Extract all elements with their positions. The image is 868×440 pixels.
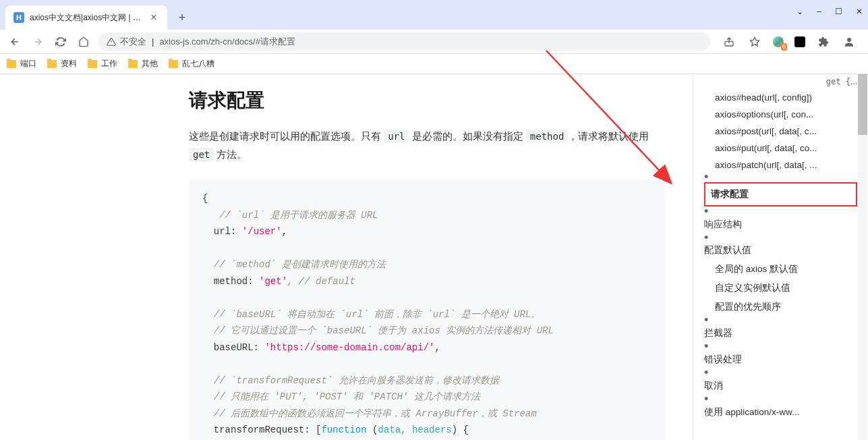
desc-text: ，请求将默认使用 [568, 130, 649, 142]
sidebar-item[interactable]: axios#head(url[, config]) [704, 89, 857, 106]
main-content: 请求配置 这些是创建请求时可以用的配置选项。只有 url 是必需的。如果没有指定… [0, 74, 693, 440]
sidebar-bullet: • [704, 369, 857, 377]
code-inline: get [189, 148, 214, 161]
code-comment: // `method` 是创建请求时使用的方法 [214, 259, 386, 270]
new-tab-button[interactable]: + [173, 8, 192, 27]
sidebar-bullet: • [704, 395, 857, 403]
browser-toolbar: 不安全 | axios-js.com/zh-cn/docs/#请求配置 6 [0, 30, 868, 54]
bookmark-item[interactable]: 资料 [47, 58, 77, 70]
sidebar-bullet: • [704, 317, 857, 324]
bookmark-label: 工作 [101, 58, 117, 70]
back-button[interactable] [7, 34, 23, 50]
sidebar-item[interactable]: 配置默认值 [704, 241, 857, 260]
desc-text: 这些是创建请求时可以用的配置选项。只有 [189, 130, 384, 142]
sidebar-item[interactable]: axios#post(url[, data[, c... [704, 123, 857, 140]
code-block: { // `url` 是用于请求的服务器 URL url: '/user', /… [189, 180, 666, 440]
sidebar-item[interactable]: axios#put(url[, data[, co... [704, 140, 857, 157]
home-button[interactable] [76, 34, 92, 50]
code-comment: // `url` 是用于请求的服务器 URL [219, 210, 378, 221]
bookmark-item[interactable]: 其他 [128, 58, 158, 70]
browser-tab[interactable]: H axios中文文档|axios中文网 | axi × [5, 5, 167, 30]
svg-point-2 [847, 38, 851, 42]
bookmark-label: 乱七八糟 [182, 58, 214, 70]
raindrop-extension-icon[interactable]: 6 [772, 36, 784, 48]
code-param: data, headers [378, 424, 451, 435]
bookmark-item[interactable]: 乱七八糟 [169, 58, 214, 70]
insecure-label: 不安全 [120, 36, 146, 48]
window-maximize-icon[interactable]: ☐ [835, 7, 842, 16]
desc-text: 方法。 [214, 148, 247, 160]
code-punct: , [282, 226, 287, 237]
sidebar-item[interactable]: 全局的 axios 默认值 [704, 260, 857, 279]
code-keyword: function [321, 424, 366, 435]
page-body: 请求配置 这些是创建请求时可以用的配置选项。只有 url 是必需的。如果没有指定… [0, 74, 868, 440]
code-comment: // `baseURL` 将自动加在 `url` 前面，除非 `url` 是一个… [214, 309, 540, 320]
sidebar-item[interactable]: 配置的优先顺序 [704, 298, 857, 317]
sidebar-bullet: • [704, 234, 857, 242]
extension-icon-2[interactable] [794, 36, 806, 48]
page-heading: 请求配置 [189, 88, 666, 113]
window-chevron-icon[interactable]: ⌄ [797, 7, 803, 16]
code-comment: // 后面数组中的函数必须返回一个字符串，或 ArrayBuffer，或 Str… [214, 408, 537, 419]
sidebar-bullet: • [704, 208, 857, 215]
address-bar[interactable]: 不安全 | axios-js.com/zh-cn/docs/#请求配置 [98, 32, 710, 51]
bookmarks-bar: 端口 资料 工作 其他 乱七八糟 [0, 54, 868, 74]
code-string: '/user' [242, 226, 282, 237]
sidebar-item-active[interactable]: 请求配置 [711, 185, 850, 204]
extension-icons: 6 [717, 34, 861, 50]
page-description: 这些是创建请求时可以用的配置选项。只有 url 是必需的。如果没有指定 meth… [189, 127, 666, 163]
sidebar-item[interactable]: axios#patch(url[, data[, ... [704, 157, 857, 173]
code-punct: ) { [452, 424, 469, 435]
sidebar-bullet: • [704, 173, 857, 181]
browser-tab-strip: H axios中文文档|axios中文网 | axi × + ⌄ – ☐ ✕ [0, 0, 868, 30]
vertical-scrollbar[interactable] [858, 74, 867, 440]
sidebar-bullet: • [704, 343, 857, 350]
code-key: transformRequest: [ [214, 424, 322, 435]
insecure-indicator: 不安全 [107, 36, 146, 48]
code-string: 'get' [259, 276, 287, 287]
profile-avatar-icon[interactable] [841, 34, 857, 50]
code-punct: , [434, 342, 440, 353]
sidebar-item[interactable]: 使用 application/x-ww... [704, 403, 857, 422]
scrollbar-thumb[interactable] [858, 74, 867, 135]
folder-icon [88, 60, 97, 68]
code-comment: , // default [287, 276, 355, 287]
tab-title: axios中文文档|axios中文网 | axi [30, 12, 143, 24]
sidebar-item[interactable]: 取消 [704, 377, 857, 395]
sidebar-item[interactable]: 拦截器 [704, 324, 857, 343]
bookmark-item[interactable]: 工作 [88, 58, 117, 70]
window-controls: ⌄ – ☐ ✕ [797, 7, 863, 16]
code-key: baseURL: [214, 342, 265, 353]
code-comment: // 只能用在 'PUT', 'POST' 和 'PATCH' 这几个请求方法 [214, 391, 480, 402]
folder-icon [7, 60, 16, 68]
code-inline: url [384, 130, 409, 143]
sidebar-item[interactable]: axios#options(url[, con... [704, 106, 857, 123]
forward-button[interactable] [30, 34, 46, 50]
sidebar-ellipsis: get {... [704, 74, 857, 89]
folder-icon [169, 60, 178, 68]
raindrop-badge: 6 [781, 43, 787, 51]
code-key: method: [214, 276, 259, 287]
star-icon[interactable] [747, 34, 763, 50]
reload-button[interactable] [53, 34, 69, 50]
sidebar-item[interactable]: 自定义实例默认值 [704, 279, 857, 298]
sidebar-item[interactable]: 响应结构 [704, 215, 857, 234]
bookmark-label: 其他 [142, 58, 158, 70]
right-sidebar: get {... axios#head(url[, config])axios#… [693, 74, 868, 440]
url-text: axios-js.com/zh-cn/docs/#请求配置 [159, 36, 295, 48]
code-comment: // 它可以通过设置一个 `baseURL` 便于为 axios 实例的方法传递… [214, 325, 554, 336]
tab-close-icon[interactable]: × [148, 12, 159, 23]
sidebar-item[interactable]: 错误处理 [704, 350, 857, 369]
bookmark-item[interactable]: 端口 [7, 58, 36, 70]
desc-text: 是必需的。如果没有指定 [409, 130, 525, 142]
sidebar-active-highlight: 请求配置 [704, 182, 857, 207]
code-inline: method [526, 130, 569, 143]
svg-marker-1 [750, 37, 759, 46]
extensions-puzzle-icon[interactable] [815, 34, 832, 50]
address-separator: | [152, 36, 154, 47]
code-key: url: [214, 226, 242, 237]
folder-icon [128, 60, 138, 68]
share-icon[interactable] [721, 34, 737, 50]
window-close-icon[interactable]: ✕ [856, 7, 863, 16]
window-minimize-icon[interactable]: – [817, 7, 821, 16]
